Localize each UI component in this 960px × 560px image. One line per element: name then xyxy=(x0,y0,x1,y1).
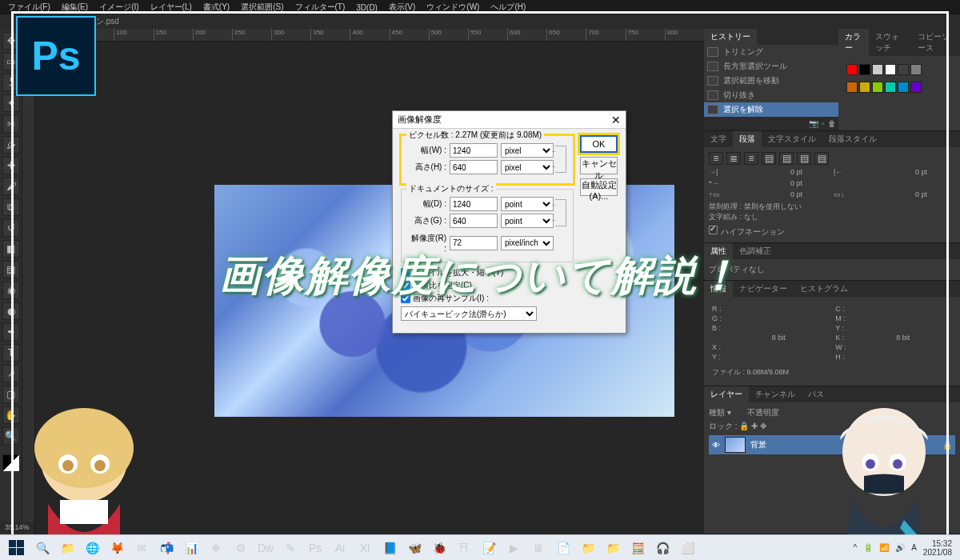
tray-up-icon[interactable]: ^ xyxy=(853,543,857,552)
tab-layers[interactable]: レイヤー xyxy=(704,386,749,402)
menu-file[interactable]: ファイル(F) xyxy=(3,0,55,14)
taskbar-app-icon[interactable]: ✎ xyxy=(278,537,302,559)
taskbar-app-icon[interactable]: ⛩ xyxy=(452,537,476,559)
stamp-tool-icon[interactable]: ⧉ xyxy=(2,198,20,216)
taskbar-app-icon[interactable]: ⬜ xyxy=(675,537,699,559)
taskbar-app-icon[interactable]: ✉ xyxy=(130,537,154,559)
constrain-checkbox[interactable] xyxy=(401,281,410,290)
justify-center-icon[interactable]: ▤ xyxy=(779,152,794,165)
eraser-tool-icon[interactable]: ◧ xyxy=(2,240,20,258)
taskbar-app-icon[interactable]: ▶ xyxy=(502,537,526,559)
menu-image[interactable]: イメージ(I) xyxy=(94,0,143,14)
taskbar-app-icon[interactable]: 📁 xyxy=(55,537,79,559)
heal-tool-icon[interactable]: ✚ xyxy=(2,157,20,174)
taskbar-app-icon[interactable]: 📁 xyxy=(576,537,600,559)
taskbar-app-icon[interactable]: ⚙ xyxy=(229,537,253,559)
crop-tool-icon[interactable]: ✂ xyxy=(2,115,20,133)
align-center-icon[interactable]: ≣ xyxy=(726,152,741,165)
tab-history[interactable]: ヒストリー xyxy=(704,29,757,45)
history-brush-icon[interactable]: ↺ xyxy=(2,219,20,237)
taskbar-app-icon[interactable]: 📄 xyxy=(551,537,575,559)
doc-width-input[interactable] xyxy=(450,197,498,211)
blur-tool-icon[interactable]: ◉ xyxy=(2,282,20,299)
indent-right-value[interactable]: 0 pt xyxy=(915,168,955,176)
taskbar-app-icon[interactable]: 🔍 xyxy=(30,537,54,559)
menu-type[interactable]: 書式(Y) xyxy=(198,0,234,14)
menu-help[interactable]: ヘルプ(H) xyxy=(486,0,530,14)
gradient-tool-icon[interactable]: ▤ xyxy=(2,261,20,278)
swatch[interactable] xyxy=(885,82,896,93)
width-input[interactable] xyxy=(450,143,498,158)
taskbar-app-icon[interactable]: 🐞 xyxy=(427,537,451,559)
doc-height-input[interactable] xyxy=(450,214,498,228)
tab-channels[interactable]: チャンネル xyxy=(749,386,802,402)
tab-swatches[interactable]: スウォッチ xyxy=(869,29,911,56)
taskbar-app-icon[interactable]: Ps xyxy=(303,537,327,559)
swatch[interactable] xyxy=(898,64,909,75)
pen-tool-icon[interactable]: ✒ xyxy=(2,323,20,341)
hyphenation-checkbox[interactable] xyxy=(709,226,718,234)
taskbar-app-icon[interactable]: ❄ xyxy=(204,537,228,559)
history-item[interactable]: 長方形選択ツール xyxy=(704,59,838,74)
width-unit-select[interactable]: pixel xyxy=(501,143,554,158)
swatch[interactable] xyxy=(872,64,883,75)
dialog-titlebar[interactable]: 画像解像度 ✕ xyxy=(393,111,626,129)
resample-method-select[interactable]: バイキュービック法(滑らか) xyxy=(401,306,537,321)
space-before-value[interactable]: 0 pt xyxy=(790,190,830,198)
doc-width-unit-select[interactable]: point xyxy=(501,197,554,211)
tray-date[interactable]: 2021/08 xyxy=(923,548,952,557)
tray-wifi-icon[interactable]: 📶 xyxy=(879,543,889,552)
cancel-button[interactable]: キャンセル xyxy=(580,157,618,174)
history-item[interactable]: トリミング xyxy=(704,45,838,59)
scale-styles-checkbox[interactable] xyxy=(401,268,410,278)
history-item[interactable]: 選択範囲を移動 xyxy=(704,74,838,88)
history-delete-icon[interactable]: 🗑 xyxy=(828,119,836,128)
swatch[interactable] xyxy=(885,64,896,75)
menu-view[interactable]: 表示(V) xyxy=(384,0,420,14)
swatch[interactable] xyxy=(872,82,883,93)
justify-all-icon[interactable]: ▤ xyxy=(814,152,829,165)
brush-tool-icon[interactable]: 🖌 xyxy=(2,178,20,195)
tray-sound-icon[interactable]: 🔊 xyxy=(895,543,905,552)
swatch[interactable] xyxy=(859,82,870,93)
type-tool-icon[interactable]: T xyxy=(2,344,20,362)
taskbar-app-icon[interactable]: Dw xyxy=(254,537,278,559)
tab-properties[interactable]: 属性 xyxy=(704,243,733,259)
taskbar-app-icon[interactable]: 🎧 xyxy=(650,537,674,559)
mojikumi-select[interactable]: なし xyxy=(744,213,758,221)
taskbar-app-icon[interactable]: 🦊 xyxy=(105,537,129,559)
start-button[interactable] xyxy=(3,537,29,559)
space-after-value[interactable]: 0 pt xyxy=(915,190,955,198)
justify-left-icon[interactable]: ▤ xyxy=(762,152,776,165)
auto-button[interactable]: 自動設定(A)... xyxy=(580,178,618,196)
tab-character[interactable]: 文字 xyxy=(704,131,733,147)
taskbar-app-icon[interactable]: 🌐 xyxy=(80,537,104,559)
swatch[interactable] xyxy=(910,82,922,93)
history-item[interactable]: 切り抜き xyxy=(704,88,838,102)
tab-navigator[interactable]: ナビゲーター xyxy=(733,281,794,297)
swatch[interactable] xyxy=(846,82,858,93)
resolution-unit-select[interactable]: pixel/inch xyxy=(501,236,554,250)
tab-char-styles[interactable]: 文字スタイル xyxy=(762,131,822,147)
indent-left-value[interactable]: 0 pt xyxy=(790,168,830,176)
swatch[interactable] xyxy=(898,82,909,93)
taskbar-app-icon[interactable]: 🦋 xyxy=(402,537,426,559)
tab-copysource[interactable]: コピーソース xyxy=(911,29,960,56)
link-icon[interactable] xyxy=(555,199,566,226)
tray-battery-icon[interactable]: 🔋 xyxy=(863,543,873,552)
align-left-icon[interactable]: ≡ xyxy=(709,152,723,165)
menu-filter[interactable]: フィルター(T) xyxy=(290,0,350,14)
tray-time[interactable]: 15:32 xyxy=(923,539,952,548)
align-right-icon[interactable]: ≡ xyxy=(744,152,758,165)
justify-right-icon[interactable]: ▤ xyxy=(797,152,811,165)
height-unit-select[interactable]: pixel xyxy=(501,160,554,174)
wand-tool-icon[interactable]: ✦ xyxy=(2,94,20,112)
visibility-icon[interactable]: 👁 xyxy=(712,441,720,450)
kinsoku-select[interactable]: 禁則を使用しない xyxy=(744,202,802,210)
dodge-tool-icon[interactable]: ◐ xyxy=(2,302,20,320)
menu-3d[interactable]: 3D(D) xyxy=(351,2,382,14)
menu-edit[interactable]: 編集(E) xyxy=(57,0,93,14)
doc-height-unit-select[interactable]: point xyxy=(501,214,554,228)
tab-para-styles[interactable]: 段落スタイル xyxy=(822,131,883,147)
swatch[interactable] xyxy=(859,64,870,75)
